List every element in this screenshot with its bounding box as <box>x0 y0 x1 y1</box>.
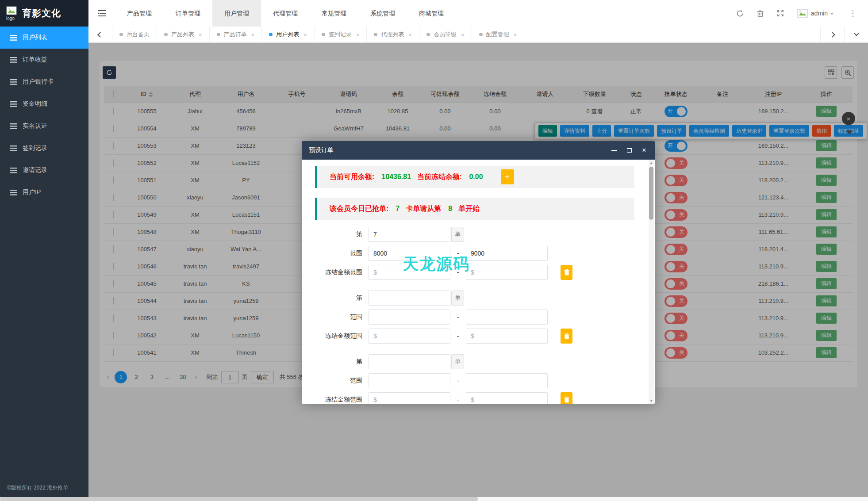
top-nav-item-label: 代理管理 <box>273 10 298 17</box>
sidebar-item[interactable]: 订单收益 <box>0 49 88 71</box>
user-menu[interactable]: admin ▾ <box>797 9 833 18</box>
top-nav-item[interactable]: 常规管理 <box>310 0 358 27</box>
sidebar-item[interactable]: 用户IP <box>0 181 88 203</box>
frozen-range-label: 冻结金额范围 <box>302 332 369 340</box>
range-label: 范围 <box>302 249 369 257</box>
tab-close-icon[interactable]: × <box>356 31 360 38</box>
tab-close-icon[interactable]: × <box>514 31 517 38</box>
tab[interactable]: 代理列表 × <box>367 27 419 42</box>
scroll-up-icon[interactable]: ▲ <box>649 160 654 166</box>
grab-info-alert: 该会员今日已抢单: 7 卡单请从第 8 单开始 <box>315 198 634 220</box>
top-nav-item[interactable]: 商城管理 <box>407 0 456 27</box>
delete-group-button[interactable] <box>561 329 572 344</box>
sidebar-item[interactable]: 实名认证 <box>0 115 88 137</box>
tab-close-icon[interactable]: × <box>303 31 307 38</box>
range-to-input[interactable] <box>466 246 548 261</box>
delete-group-button[interactable] <box>561 392 572 404</box>
range-to-input[interactable] <box>466 373 548 388</box>
preset-group: 第 单 范围 - 冻结金额范围 - <box>302 291 655 344</box>
tab-label: 代理列表 <box>381 31 404 38</box>
sidebar-item-label: 资金明细 <box>23 100 47 108</box>
tab-dot-icon <box>164 33 168 36</box>
minimize-button[interactable] <box>611 147 618 154</box>
list-icon <box>10 123 17 129</box>
frozen-to-input[interactable] <box>466 265 548 280</box>
top-nav-item[interactable]: 订单管理 <box>164 0 212 27</box>
fullscreen-icon[interactable] <box>777 10 784 17</box>
tabs-scroll-right-button[interactable] <box>820 27 844 42</box>
delete-group-button[interactable] <box>561 265 572 280</box>
frozen-dash: - <box>450 268 466 276</box>
frozen-to-input[interactable] <box>466 329 548 344</box>
close-button[interactable]: × <box>641 147 648 154</box>
refresh-icon[interactable] <box>736 10 744 17</box>
modal-scrollbar[interactable]: ▲ ▼ <box>649 160 654 404</box>
tabs-more-button[interactable] <box>844 27 868 42</box>
sidebar-item[interactable]: 用户列表 <box>0 27 88 49</box>
modal-title: 预设订单 <box>309 146 334 154</box>
range-to-input[interactable] <box>466 310 548 325</box>
logo-image-placeholder: logo <box>6 6 17 21</box>
tab[interactable]: 用户列表 × <box>262 27 315 42</box>
sidebar-item-icon-wrap <box>10 145 17 151</box>
range-from-input[interactable] <box>369 310 450 325</box>
tab[interactable]: 产品订单 × <box>210 27 262 42</box>
range-from-input[interactable] <box>369 373 450 388</box>
range-from-input[interactable] <box>369 246 450 261</box>
sidebar-item-label: 用户列表 <box>23 34 47 42</box>
tab[interactable]: 会员等级 × <box>419 27 472 42</box>
tab-close-icon[interactable]: × <box>461 31 465 38</box>
sidebar-item[interactable]: 邀请记录 <box>0 159 88 181</box>
tab-close-icon[interactable]: × <box>199 31 202 38</box>
top-nav-item[interactable]: 代理管理 <box>261 0 310 27</box>
sidebar-item[interactable]: 用户银行卡 <box>0 71 88 93</box>
list-icon <box>10 35 17 41</box>
order-no-addon[interactable]: 单 <box>451 354 464 369</box>
modal-header[interactable]: 预设订单 × <box>302 141 655 160</box>
sidebar-item[interactable]: 签到记录 <box>0 137 88 159</box>
horizontal-scrollbar-thumb[interactable] <box>0 497 478 501</box>
tab-dot-icon <box>322 33 325 36</box>
frozen-from-input[interactable] <box>369 392 450 404</box>
brand-title: 育影文化 <box>22 7 61 19</box>
sidebar-item[interactable]: 资金明细 <box>0 93 88 115</box>
order-no-addon[interactable]: 单 <box>451 291 464 306</box>
order-no-input[interactable] <box>369 354 450 369</box>
sidebar-item-icon-wrap <box>10 79 17 85</box>
tab-close-icon[interactable]: × <box>408 31 412 38</box>
frozen-from-input[interactable] <box>369 265 450 280</box>
frozen-to-input[interactable] <box>466 392 548 404</box>
scrollbar-thumb[interactable] <box>649 167 653 220</box>
trash-icon[interactable] <box>757 10 764 17</box>
top-nav-item[interactable]: 用户管理 <box>212 0 261 27</box>
order-no-addon[interactable]: 单 <box>451 227 464 242</box>
avatar <box>797 9 808 18</box>
sidebar-item-icon-wrap <box>10 101 17 107</box>
top-nav-item-label: 订单管理 <box>176 10 200 17</box>
tab-close-icon[interactable]: × <box>251 31 255 38</box>
tab-dot-icon <box>269 33 273 36</box>
tab[interactable]: 产品列表 × <box>157 27 210 42</box>
tabs-scroll-left-button[interactable] <box>88 27 112 42</box>
tab[interactable]: 后台首页 <box>112 27 157 42</box>
minimize-icon <box>611 150 617 151</box>
top-nav-item[interactable]: 产品管理 <box>115 0 164 27</box>
maximize-icon <box>627 148 632 153</box>
maximize-button[interactable] <box>626 147 633 154</box>
kebab-icon[interactable]: ⋮ <box>846 9 859 18</box>
sidebar-item-label: 实名认证 <box>23 122 47 130</box>
frozen-from-input[interactable] <box>369 329 450 344</box>
top-nav-item[interactable]: 系统管理 <box>358 0 407 27</box>
add-group-button[interactable]: + <box>501 169 514 184</box>
menu-fold-icon[interactable] <box>88 10 115 16</box>
order-no-input[interactable] <box>369 291 450 306</box>
tab[interactable]: 签到记录 × <box>315 27 367 42</box>
sidebar: logo 育影文化 用户列表 订单收益 <box>0 0 88 497</box>
horizontal-scrollbar[interactable] <box>0 497 868 501</box>
scroll-down-icon[interactable]: ▼ <box>649 398 654 404</box>
frozen-dash: - <box>450 332 466 340</box>
tab[interactable]: 配置管理 × <box>472 27 525 42</box>
sidebar-item-label: 邀请记录 <box>23 166 47 174</box>
order-no-input[interactable] <box>369 227 450 242</box>
trash-icon <box>564 333 569 339</box>
